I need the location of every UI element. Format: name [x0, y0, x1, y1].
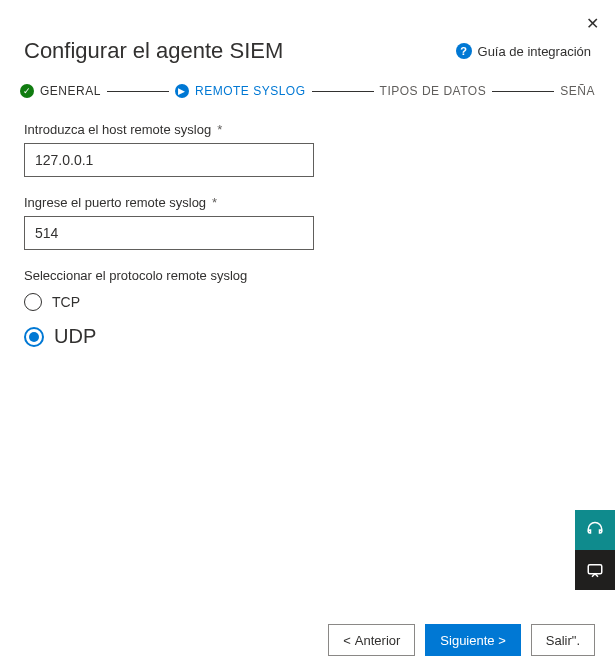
required-indicator: * — [212, 195, 217, 210]
step-connector — [492, 91, 554, 92]
radio-label: TCP — [52, 294, 80, 310]
radio-dot-icon — [29, 332, 39, 342]
side-widgets — [575, 510, 615, 590]
current-step-icon: ▶ — [175, 84, 189, 98]
remote-syslog-form: Introduzca el host remote syslog* Ingres… — [0, 122, 615, 348]
previous-button[interactable]: < Anterior — [328, 624, 415, 656]
headset-widget[interactable] — [575, 510, 615, 550]
svg-rect-0 — [588, 565, 602, 574]
next-label: Siguiente > — [440, 633, 505, 648]
protocol-option-tcp[interactable]: TCP — [24, 293, 591, 311]
exit-label: Salir". — [546, 633, 580, 648]
radio-icon-selected — [24, 327, 44, 347]
prev-label: Anterior — [355, 633, 401, 648]
step-token[interactable]: SEÑA — [560, 84, 595, 98]
guide-label: Guía de integración — [478, 44, 591, 59]
radio-label: UDP — [54, 325, 96, 348]
host-field: Introduzca el host remote syslog* — [24, 122, 591, 177]
check-icon: ✓ — [20, 84, 34, 98]
integration-guide-link[interactable]: ? Guía de integración — [456, 43, 591, 59]
step-label: REMOTE SYSLOG — [195, 84, 306, 98]
chevron-left-icon: < — [343, 633, 351, 648]
chat-icon — [586, 561, 604, 579]
protocol-option-udp[interactable]: UDP — [24, 325, 591, 348]
host-input[interactable] — [24, 143, 314, 177]
step-remote-syslog[interactable]: ▶ REMOTE SYSLOG — [175, 84, 306, 98]
step-label: GENERAL — [40, 84, 101, 98]
step-label: SEÑA — [560, 84, 595, 98]
step-general[interactable]: ✓ GENERAL — [20, 84, 101, 98]
radio-icon — [24, 293, 42, 311]
help-icon: ? — [456, 43, 472, 59]
port-field: Ingrese el puerto remote syslog* — [24, 195, 591, 250]
step-connector — [107, 91, 169, 92]
wizard-footer: < Anterior Siguiente > Salir". — [328, 624, 595, 656]
next-button[interactable]: Siguiente > — [425, 624, 520, 656]
headset-icon — [586, 521, 604, 539]
protocol-label: Seleccionar el protocolo remote syslog — [24, 268, 591, 283]
chat-widget[interactable] — [575, 550, 615, 590]
host-label: Introduzca el host remote syslog* — [24, 122, 591, 137]
port-label: Ingrese el puerto remote syslog* — [24, 195, 591, 210]
required-indicator: * — [217, 122, 222, 137]
protocol-field: Seleccionar el protocolo remote syslog T… — [24, 268, 591, 348]
step-connector — [312, 91, 374, 92]
dialog-title: Configurar el agente SIEM — [24, 38, 283, 64]
step-label: TIPOS DE DATOS — [380, 84, 487, 98]
wizard-stepper: ✓ GENERAL ▶ REMOTE SYSLOG TIPOS DE DATOS… — [0, 84, 615, 122]
port-input[interactable] — [24, 216, 314, 250]
step-data-types[interactable]: TIPOS DE DATOS — [380, 84, 487, 98]
exit-button[interactable]: Salir". — [531, 624, 595, 656]
close-icon: ✕ — [586, 15, 599, 32]
dialog-header: Configurar el agente SIEM ? Guía de inte… — [0, 0, 615, 84]
close-button[interactable]: ✕ — [582, 10, 603, 37]
